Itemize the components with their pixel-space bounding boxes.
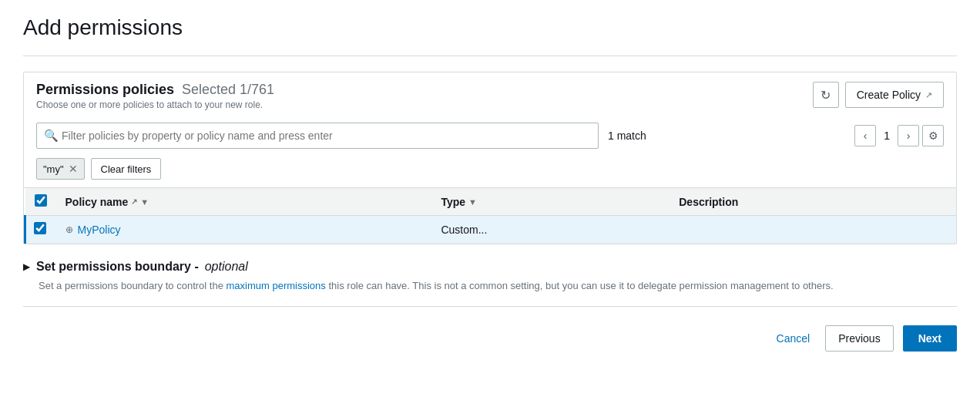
th-policy-name: Policy name ↗ ▼ — [56, 188, 432, 216]
cancel-button[interactable]: Cancel — [770, 332, 817, 345]
footer: Cancel Previous Next — [23, 307, 957, 352]
row-checkbox[interactable] — [34, 222, 46, 234]
row-type-cell: Custom... — [431, 216, 670, 244]
previous-button[interactable]: Previous — [825, 325, 893, 352]
next-button[interactable]: Next — [903, 325, 957, 352]
refresh-button[interactable]: ↻ — [813, 82, 839, 108]
expand-icon: ⊕ — [65, 224, 73, 235]
filter-tag: "my" ✕ — [36, 158, 85, 180]
search-input-wrapper: 🔍 — [36, 123, 599, 149]
max-permissions-link[interactable]: maximum permissions — [227, 280, 326, 291]
cancel-label: Cancel — [777, 332, 811, 345]
row-description-cell — [670, 216, 956, 244]
panel-title-group: Permissions policies Selected 1/761 Choo… — [36, 82, 274, 110]
clear-filters-label: Clear filters — [101, 163, 152, 175]
select-all-checkbox[interactable] — [35, 194, 47, 207]
search-icon: 🔍 — [44, 129, 59, 143]
page-title: Add permissions — [23, 15, 957, 40]
table-header: Policy name ↗ ▼ Type ▼ Description — [25, 188, 957, 216]
pagination-current-page: 1 — [879, 130, 894, 142]
table-wrapper: Policy name ↗ ▼ Type ▼ Description — [24, 187, 956, 244]
filter-tag-value: "my" — [43, 163, 64, 175]
th-type: Type ▼ — [431, 188, 670, 216]
external-link-icon-th: ↗ — [131, 197, 137, 206]
pagination-prev-button[interactable]: ‹ — [854, 125, 876, 146]
panel-header: Permissions policies Selected 1/761 Choo… — [24, 72, 956, 116]
settings-button[interactable]: ⚙ — [922, 125, 944, 146]
set-boundary-section: ▶ Set permissions boundary - optional Se… — [23, 260, 957, 307]
th-type-label: Type — [441, 196, 465, 208]
row-policy-name-cell: ⊕ MyPolicy — [56, 216, 432, 244]
match-count: 1 match — [608, 130, 646, 142]
table-row: ⊕ MyPolicy Custom... — [25, 216, 957, 244]
panel-title: Permissions policies — [36, 82, 174, 97]
sort-icon-policy-name[interactable]: ▼ — [140, 197, 149, 207]
table-body: ⊕ MyPolicy Custom... — [25, 216, 957, 244]
panel-subtitle: Choose one or more policies to attach to… — [36, 99, 274, 110]
sort-icon-type[interactable]: ▼ — [468, 197, 477, 207]
set-boundary-header[interactable]: ▶ Set permissions boundary - optional — [23, 260, 957, 274]
row-checkbox-cell — [25, 216, 56, 244]
pagination-prev-icon: ‹ — [864, 130, 868, 142]
th-checkbox — [25, 188, 56, 216]
panel-selected-count: Selected 1/761 — [182, 82, 274, 97]
create-policy-label: Create Policy — [857, 89, 921, 101]
permissions-policies-panel: Permissions policies Selected 1/761 Choo… — [23, 72, 957, 244]
set-boundary-optional: optional — [205, 260, 248, 274]
row-type-value: Custom... — [441, 224, 487, 236]
th-description-label: Description — [679, 196, 738, 208]
next-label: Next — [918, 332, 941, 345]
create-policy-button[interactable]: Create Policy ↗ — [845, 82, 944, 108]
policy-name-link[interactable]: MyPolicy — [78, 224, 121, 236]
pagination-controls: ‹ 1 › ⚙ — [854, 125, 944, 146]
th-description: Description — [670, 188, 956, 216]
search-area: 🔍 1 match ‹ 1 › ⚙ — [24, 116, 956, 155]
filter-bar: "my" ✕ Clear filters — [24, 155, 956, 187]
policies-table: Policy name ↗ ▼ Type ▼ Description — [24, 188, 956, 244]
search-input[interactable] — [36, 123, 599, 149]
clear-filters-button[interactable]: Clear filters — [91, 158, 162, 180]
set-boundary-title: Set permissions boundary - — [36, 260, 199, 274]
gear-icon: ⚙ — [928, 130, 938, 142]
previous-label: Previous — [838, 332, 880, 345]
external-link-icon: ↗ — [925, 90, 932, 100]
pagination-next-icon: › — [907, 130, 911, 142]
refresh-icon: ↻ — [821, 88, 831, 103]
divider — [23, 56, 957, 56]
pagination-next-button[interactable]: › — [898, 125, 919, 146]
filter-tag-close[interactable]: ✕ — [69, 163, 78, 174]
th-policy-name-label: Policy name — [65, 196, 129, 208]
set-boundary-description: Set a permissions boundary to control th… — [23, 278, 957, 294]
policy-name-text: MyPolicy — [78, 224, 121, 236]
panel-actions: ↻ Create Policy ↗ — [813, 82, 944, 108]
chevron-right-icon: ▶ — [23, 261, 30, 272]
